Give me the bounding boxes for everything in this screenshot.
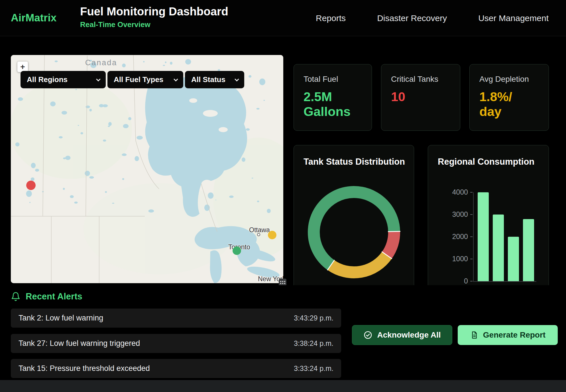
app-header: AirMatrix Fuel Monitoring Dashboard Real… bbox=[0, 0, 566, 36]
grip-dots-icon bbox=[280, 281, 281, 282]
zoom-in-button[interactable]: + bbox=[17, 62, 28, 72]
alert-row: Tank 15: Pressure threshold exceeded 3:3… bbox=[11, 359, 341, 378]
chevron-down-icon bbox=[96, 77, 101, 81]
filter-regions-dropdown[interactable]: All Regions bbox=[21, 71, 106, 88]
ottawa-city-icon bbox=[257, 233, 260, 236]
acknowledge-all-button[interactable]: Acknowledge All bbox=[352, 325, 452, 345]
fuel-monitoring-dashboard: AirMatrix Fuel Monitoring Dashboard Real… bbox=[0, 0, 566, 392]
check-circle-icon bbox=[363, 330, 372, 340]
page-title: Fuel Monitoring Dashboard bbox=[80, 5, 228, 18]
tank-status-donut-chart bbox=[306, 184, 402, 281]
stat-card-critical-tanks: Critical Tanks 10 bbox=[381, 64, 460, 131]
map-label-ottawa: Ottawa bbox=[249, 226, 270, 234]
map-marker-normal[interactable] bbox=[233, 246, 241, 255]
alert-message: Tank 2: Low fuel warning bbox=[19, 314, 103, 322]
map-canvas[interactable]: + All Regions All Fuel Types All Status … bbox=[11, 55, 283, 283]
document-icon bbox=[470, 331, 479, 339]
page-subtitle: Real-Time Overview bbox=[80, 20, 228, 29]
alert-time: 3:33:24 p.m. bbox=[294, 364, 333, 373]
map-marker-warning[interactable] bbox=[268, 231, 276, 239]
alert-row: Tank 27: Low fuel warning triggered 3:38… bbox=[11, 334, 341, 353]
y-tick-label: 0 bbox=[428, 277, 468, 285]
filter-regions-label: All Regions bbox=[27, 75, 68, 84]
recent-alerts-section: Recent Alerts Tank 2: Low fuel warning 3… bbox=[0, 285, 566, 380]
recent-alerts-title: Recent Alerts bbox=[26, 291, 82, 302]
x-axis-line bbox=[473, 281, 536, 282]
consumption-bar bbox=[478, 192, 489, 281]
stat-value: 1.8%/ day bbox=[479, 89, 539, 119]
consumption-bar bbox=[523, 219, 534, 281]
map-marker-critical[interactable] bbox=[26, 181, 36, 190]
chart-title: Tank Status Distribution bbox=[304, 157, 405, 167]
map-label-canada: Canada bbox=[85, 58, 117, 67]
generate-report-button[interactable]: Generate Report bbox=[458, 325, 558, 345]
stat-value: 10 bbox=[391, 89, 450, 104]
tank-status-card: Tank Status Distribution bbox=[294, 145, 414, 293]
filter-status-label: All Status bbox=[191, 75, 225, 84]
acknowledge-all-label: Acknowledge All bbox=[377, 330, 441, 340]
chevron-down-icon bbox=[174, 77, 178, 81]
generate-report-label: Generate Report bbox=[483, 330, 545, 340]
y-axis-line bbox=[473, 192, 474, 281]
filter-fuel-types-dropdown[interactable]: All Fuel Types bbox=[107, 71, 183, 88]
brand-logo: AirMatrix bbox=[11, 12, 56, 24]
chart-title: Regional Consumption bbox=[438, 157, 534, 167]
filter-status-dropdown[interactable]: All Status bbox=[185, 71, 244, 88]
stat-value: 2.5M Gallons bbox=[304, 89, 362, 119]
y-tick-mark bbox=[470, 236, 473, 237]
footer-bar bbox=[0, 380, 566, 392]
consumption-bar bbox=[493, 215, 504, 281]
nav-disaster-recovery[interactable]: Disaster Recovery bbox=[377, 13, 447, 23]
y-tick-mark bbox=[470, 192, 473, 193]
y-tick-mark bbox=[470, 281, 473, 281]
stat-label: Avg Depletion bbox=[479, 75, 539, 84]
consumption-bar bbox=[508, 237, 519, 281]
filter-fuel-types-label: All Fuel Types bbox=[114, 75, 163, 84]
stat-label: Total Fuel bbox=[304, 75, 362, 84]
map-filter-bar: All Regions All Fuel Types All Status bbox=[21, 71, 244, 88]
alert-row: Tank 2: Low fuel warning 3:43:29 p.m. bbox=[11, 309, 341, 328]
y-tick-label: 2000 bbox=[428, 232, 468, 241]
alert-message: Tank 27: Low fuel warning triggered bbox=[19, 339, 140, 348]
chevron-down-icon bbox=[235, 77, 239, 81]
y-tick-label: 4000 bbox=[428, 188, 468, 196]
y-tick-label: 3000 bbox=[428, 210, 468, 219]
alert-message: Tank 15: Pressure threshold exceeded bbox=[19, 364, 150, 373]
alert-time: 3:43:29 p.m. bbox=[294, 314, 333, 322]
y-tick-label: 1000 bbox=[428, 255, 468, 263]
stat-card-total-fuel: Total Fuel 2.5M Gallons bbox=[294, 64, 372, 131]
regional-consumption-bar-chart: 01000200030004000MidwestWest bbox=[428, 192, 549, 281]
nav-reports[interactable]: Reports bbox=[316, 13, 346, 23]
bell-icon bbox=[11, 292, 21, 301]
nav-user-management[interactable]: User Management bbox=[478, 13, 549, 23]
regional-consumption-card: Regional Consumption 01000200030004000Mi… bbox=[428, 145, 549, 293]
y-tick-mark bbox=[470, 214, 473, 215]
stat-label: Critical Tanks bbox=[391, 75, 450, 84]
main-nav: Reports Disaster Recovery User Managemen… bbox=[316, 0, 549, 36]
alert-time: 3:38:24 p.m. bbox=[294, 339, 333, 348]
recent-alerts-heading: Recent Alerts bbox=[11, 291, 82, 302]
stat-card-avg-depletion: Avg Depletion 1.8%/ day bbox=[469, 64, 549, 131]
y-tick-mark bbox=[470, 259, 473, 259]
page-title-block: Fuel Monitoring Dashboard Real-Time Over… bbox=[80, 5, 228, 29]
